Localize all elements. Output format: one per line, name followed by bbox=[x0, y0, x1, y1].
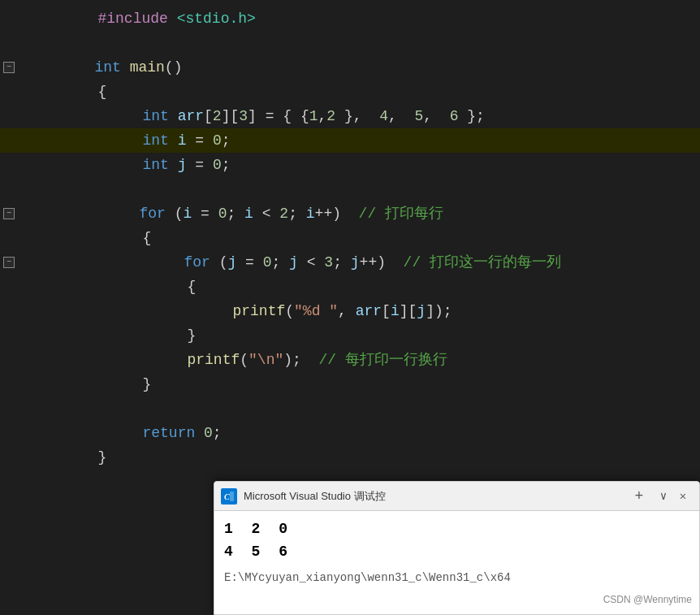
terminal-titlebar: C Microsoft Visual Studio 调试控 + ∨ ✕ bbox=[214, 482, 699, 511]
code-line-1: #include <stdio.h> bbox=[0, 6, 700, 31]
vs-icon: C bbox=[221, 488, 237, 505]
collapse-icon-3[interactable]: − bbox=[3, 62, 15, 73]
line-margin-11[interactable]: − bbox=[0, 257, 18, 268]
collapse-icon-11[interactable]: − bbox=[3, 257, 15, 268]
code-line-7: int j = 0; bbox=[0, 153, 700, 177]
terminal-close-button[interactable]: ✕ bbox=[673, 487, 693, 506]
line-margin-9[interactable]: − bbox=[0, 208, 18, 219]
line-content-19: } bbox=[21, 421, 106, 494]
terminal-chevron-button[interactable]: ∨ bbox=[654, 487, 673, 506]
terminal-path-line: E:\MYcyuyan_xianyong\wenn31_c\Wenn31_c\x… bbox=[224, 566, 689, 589]
code-line-16: } bbox=[0, 372, 700, 396]
svg-text:C: C bbox=[224, 492, 230, 501]
collapse-icon-9[interactable]: − bbox=[3, 208, 15, 219]
terminal-output-line-2: 4 5 6 bbox=[224, 540, 689, 563]
watermark: CSDN @Wennytime bbox=[603, 594, 692, 605]
terminal-output-line-1: 1 2 0 bbox=[224, 518, 689, 540]
terminal-title: Microsoft Visual Studio 调试控 bbox=[244, 489, 628, 504]
line-margin-3[interactable]: − bbox=[0, 62, 18, 73]
svg-rect-2 bbox=[230, 492, 234, 501]
terminal-add-button[interactable]: + bbox=[628, 485, 650, 508]
code-lines: #include <stdio.h> − int main() { bbox=[0, 0, 700, 470]
code-line-19: } bbox=[0, 445, 700, 470]
